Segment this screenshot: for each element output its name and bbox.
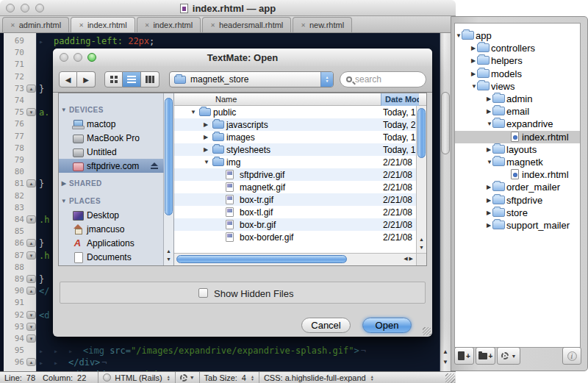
sidebar-item-documents[interactable]: Documents (59, 250, 162, 264)
fold-marker-icon[interactable]: ▲ (26, 358, 36, 366)
search-input[interactable] (355, 74, 414, 85)
file-row-magnetk-gif[interactable]: magnetk.gif2/21/08 (174, 181, 417, 193)
fold-marker-icon[interactable]: ▼ (26, 215, 36, 223)
sidebar-section-places[interactable]: ▼PLACES (59, 194, 162, 208)
forward-button[interactable]: ▶ (77, 71, 96, 87)
show-hidden-checkbox[interactable] (198, 288, 208, 298)
tree-item-app-0[interactable]: ▼app (455, 29, 580, 42)
tree-item-order-mailer-12[interactable]: ▶order_mailer (455, 181, 580, 193)
sidebar-item-macbook-pro[interactable]: MacBook Pro (59, 131, 162, 145)
fold-marker-icon[interactable]: ▲ (26, 287, 36, 295)
bundle-actions-button[interactable]: ▼ (176, 372, 200, 383)
list-view-button[interactable] (123, 71, 141, 87)
disclosure-closed-icon[interactable]: ▶ (487, 222, 491, 229)
tree-item-layouts-9[interactable]: ▶layouts (455, 143, 580, 156)
search-field[interactable] (340, 71, 426, 87)
disclosure-open-icon[interactable]: ▼ (487, 121, 492, 127)
editor-tab-2[interactable]: ✕index.rhtml (137, 17, 201, 32)
fold-marker-icon[interactable]: ▲ (26, 275, 36, 283)
tree-item-controllers-1[interactable]: ▶controllers (455, 42, 580, 54)
sidebar-item-sftpdrive-com[interactable]: sftpdrive.com (59, 159, 164, 173)
column-view-button[interactable] (141, 71, 159, 87)
scrollbar-arrows[interactable]: ▲▼ (417, 235, 426, 251)
disclosure-closed-icon[interactable]: ▶ (204, 121, 208, 128)
tree-item-store-14[interactable]: ▶store (455, 207, 580, 219)
file-list-horizontal-scrollbar[interactable]: ◀ ▶ (174, 253, 416, 265)
sidebar-section-shared[interactable]: ▶SHARED (59, 176, 162, 190)
fold-marker-icon[interactable]: ▲ (26, 179, 36, 187)
scrollbar-thumb[interactable] (417, 108, 426, 158)
disclosure-closed-icon[interactable]: ▶ (204, 146, 208, 153)
disclosure-closed-icon[interactable]: ▶ (59, 180, 69, 187)
disclosure-closed-icon[interactable]: ▶ (487, 96, 491, 102)
icon-view-button[interactable] (104, 71, 123, 87)
file-row-stylesheets[interactable]: ▶stylesheetsToday, 1 (174, 143, 417, 156)
drawer-actions-button[interactable]: ▼ (497, 347, 520, 365)
disclosure-closed-icon[interactable]: ▶ (487, 197, 491, 204)
title-bar[interactable]: index.rhtml — app (0, 0, 456, 16)
disclosure-closed-icon[interactable]: ▶ (487, 184, 491, 190)
editor-tab-0[interactable]: ✕admin.rhtml (2, 17, 69, 32)
editor-tab-3[interactable]: ✕headersmall.rhtml (202, 17, 291, 32)
disclosure-open-icon[interactable]: ▼ (59, 107, 69, 113)
disclosure-closed-icon[interactable]: ▶ (487, 210, 491, 216)
file-row-box-border-gif[interactable]: box-border.gif2/21/08 (174, 231, 417, 243)
sidebar-item-untitled[interactable]: Untitled (59, 145, 162, 159)
sidebar-item-jmancuso[interactable]: jmancuso (59, 222, 162, 236)
tab-close-icon[interactable]: ✕ (210, 22, 215, 29)
file-row-box-br-gif[interactable]: box-br.gif2/21/08 (174, 218, 417, 231)
file-row-public[interactable]: ▼publicToday, 1 (174, 106, 417, 118)
open-button[interactable]: Open (362, 318, 412, 333)
tree-item-index-rhtml-11[interactable]: index.rhtml (455, 168, 580, 181)
disclosure-closed-icon[interactable]: ▶ (471, 57, 476, 64)
tree-item-admin-5[interactable]: ▶admin (455, 93, 580, 105)
info-button[interactable]: i (562, 347, 581, 365)
scrollbar-thumb[interactable] (441, 92, 450, 154)
tree-item-email-6[interactable]: ▶email (455, 105, 580, 118)
fold-marker-icon[interactable]: ▼ (26, 108, 36, 116)
scrollbar-arrows[interactable]: ▲▼ (440, 347, 451, 368)
file-row-box-tr-gif[interactable]: box-tr.gif2/21/08 (174, 193, 417, 206)
disclosure-closed-icon[interactable]: ▶ (471, 45, 476, 51)
cancel-button[interactable]: Cancel (301, 318, 351, 333)
disclosure-open-icon[interactable]: ▼ (59, 198, 69, 204)
file-row-images[interactable]: ▶imagesToday, 1 (174, 131, 417, 143)
disclosure-open-icon[interactable]: ▼ (456, 32, 462, 39)
file-row-sftpdrive-gif[interactable]: sftpdrive.gif2/21/08 (174, 168, 417, 181)
scope-popup[interactable]: CSS: a.highslide-full-expand ▲▼ (259, 372, 379, 383)
file-list-vertical-scrollbar[interactable]: ▲▼ (416, 106, 426, 253)
disclosure-closed-icon[interactable]: ▶ (204, 134, 208, 140)
sidebar-item-applications[interactable]: AApplications (59, 236, 162, 250)
disclosure-closed-icon[interactable]: ▶ (471, 71, 476, 77)
tab-close-icon[interactable]: ✕ (145, 22, 150, 29)
name-column-header[interactable]: Name (215, 95, 237, 104)
disclosure-closed-icon[interactable]: ▶ (487, 108, 491, 115)
tree-item-views-4[interactable]: ▼views (455, 80, 580, 93)
eject-icon[interactable] (151, 162, 158, 169)
location-popup[interactable]: magnetk_store ▲▼ (169, 71, 334, 87)
back-button[interactable]: ◀ (59, 71, 77, 87)
scrollbar-arrows[interactable]: ◀ ▶ (404, 256, 413, 262)
resize-grip[interactable] (445, 373, 455, 383)
disclosure-closed-icon[interactable]: ▶ (487, 146, 491, 153)
tree-item-expandrive-7[interactable]: ▼expandrive (455, 118, 580, 130)
tree-item-index-rhtml-8[interactable]: index.rhtml (455, 131, 580, 143)
fold-marker-icon[interactable]: ▼ (26, 334, 36, 343)
fold-marker-icon[interactable]: ▲ (26, 239, 36, 247)
disclosure-open-icon[interactable]: ▼ (190, 109, 196, 115)
sidebar-item-mactop[interactable]: mactop (59, 117, 162, 131)
scrollbar-thumb[interactable] (165, 98, 173, 215)
sidebar-scrollbar[interactable]: ▲▼ (163, 93, 173, 265)
tab-close-icon[interactable]: ✕ (79, 22, 84, 29)
tree-item-magnetk-10[interactable]: ▼magnetk (455, 156, 580, 168)
disclosure-open-icon[interactable]: ▼ (204, 159, 209, 165)
scrollbar-arrows[interactable]: ▲▼ (164, 247, 173, 263)
tree-item-sftpdrive-13[interactable]: ▶sftpdrive (455, 194, 580, 207)
tab-size-popup[interactable]: Tab Size: 4 ▲▼ (200, 372, 259, 383)
scrollbar-thumb[interactable] (176, 255, 347, 263)
file-row-javascripts[interactable]: ▶javascriptsToday, 2 (174, 118, 417, 131)
tab-close-icon[interactable]: ✕ (10, 22, 15, 29)
disclosure-open-icon[interactable]: ▼ (487, 159, 492, 165)
date-column-header[interactable]: Date Modified (381, 93, 419, 106)
dialog-title-bar[interactable]: TextMate: Open (53, 49, 432, 66)
